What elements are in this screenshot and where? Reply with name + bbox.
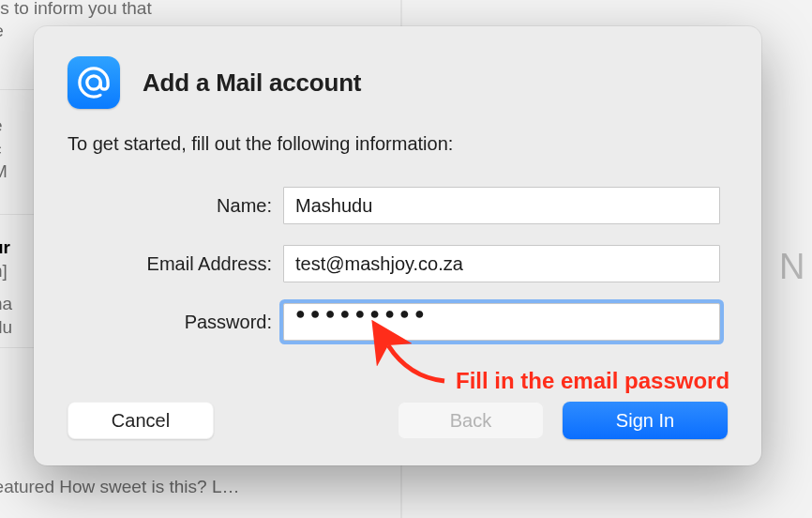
- dialog-button-bar: Cancel Back Sign In: [68, 402, 728, 439]
- background-text: ur: [0, 237, 10, 258]
- add-mail-account-dialog: Add a Mail account To get started, fill …: [34, 26, 761, 465]
- dialog-instruction: To get started, fill out the following i…: [68, 133, 728, 155]
- background-text: fe: [0, 21, 4, 41]
- password-label: Password:: [124, 312, 283, 333]
- name-row: Name:: [124, 187, 720, 224]
- account-form: Name: Email Address: Password: ●●●●●●●●●: [124, 187, 720, 341]
- background-text: M: [0, 161, 8, 182]
- dialog-title: Add a Mail account: [143, 69, 361, 98]
- password-field[interactable]: ●●●●●●●●●: [283, 303, 720, 341]
- background-text: n]: [0, 261, 8, 282]
- email-field[interactable]: [283, 245, 720, 282]
- background-text: i Lucky This email is to inform you that: [0, 0, 152, 19]
- email-label: Email Address:: [124, 253, 283, 275]
- email-row: Email Address:: [124, 245, 720, 282]
- svg-point-0: [87, 76, 100, 89]
- back-button: Back: [398, 402, 544, 439]
- name-label: Name:: [124, 195, 283, 217]
- sign-in-button[interactable]: Sign In: [563, 402, 728, 439]
- annotation-text: Fill in the email password: [456, 368, 729, 394]
- background-text: N: [779, 247, 804, 287]
- password-row: Password: ●●●●●●●●●: [124, 303, 720, 341]
- name-field[interactable]: [283, 187, 720, 224]
- background-text: du: [0, 317, 12, 338]
- background-text: na: [0, 294, 12, 314]
- dialog-header: Add a Mail account: [68, 56, 728, 109]
- at-icon: [68, 56, 120, 109]
- cancel-button[interactable]: Cancel: [68, 402, 214, 439]
- background-text: c: [0, 139, 2, 160]
- background-text: e: [0, 115, 3, 136]
- background-text: urses | Featured How sweet is this? L…: [0, 477, 239, 497]
